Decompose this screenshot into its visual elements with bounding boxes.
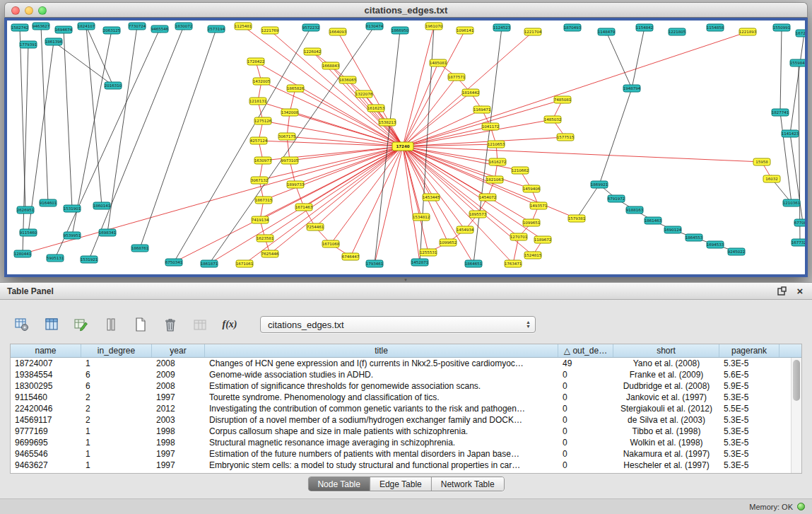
network-node[interactable]: 1189672 [534, 236, 552, 243]
network-node[interactable]: 1672169 [796, 30, 805, 37]
network-node[interactable]: 7625446 [261, 250, 279, 257]
network-node[interactable]: 1861871 [201, 260, 218, 267]
network-node[interactable]: 1763471 [505, 260, 522, 267]
network-node[interactable]: 1210653 [488, 141, 505, 148]
network-node[interactable]: 1865826 [287, 85, 305, 92]
network-node[interactable]: 1169471 [473, 106, 491, 113]
column-header-title[interactable]: title [205, 344, 558, 357]
network-node[interactable]: 9245022 [728, 248, 746, 255]
network-canvas[interactable]: 1582742946362716946741824107206312577307… [7, 21, 805, 274]
column-header-name[interactable]: name [11, 344, 81, 357]
network-node[interactable]: 3067132 [251, 177, 269, 184]
network-node[interactable]: 1453445 [423, 194, 440, 201]
network-node[interactable]: 1041172 [482, 123, 500, 130]
network-node[interactable]: 1779391 [20, 41, 37, 48]
table-row[interactable]: 911546021997Tourette syndrome. Phenomeno… [11, 392, 801, 403]
network-node[interactable]: 1694674 [55, 26, 73, 33]
scrollbar-thumb[interactable] [793, 360, 800, 401]
table-row[interactable]: 1456911722003Disruption of a novel membe… [11, 414, 801, 426]
network-node[interactable]: 1255531 [420, 249, 437, 256]
column-header-short[interactable]: short [613, 344, 719, 357]
network-node[interactable]: 1459406 [523, 185, 541, 192]
table-source-select[interactable]: citations_edges.txt ▲▼ [260, 316, 536, 333]
network-node[interactable]: 1531921 [81, 256, 98, 263]
network-node[interactable]: 1454072 [479, 194, 497, 201]
network-node[interactable]: 1864553 [686, 234, 703, 241]
network-node[interactable]: 1454934 [457, 226, 474, 233]
network-node[interactable]: 7485081 [554, 96, 572, 103]
network-view[interactable]: 1582742946362716946741824107206312577307… [7, 21, 805, 274]
network-node[interactable]: 2626951 [17, 206, 35, 214]
network-node[interactable]: 1824107 [78, 23, 95, 30]
column-header-pagerank[interactable]: pagerank [719, 344, 779, 357]
column-header-in_degree[interactable]: in_degree [81, 344, 152, 357]
network-node[interactable]: 9115460 [20, 229, 37, 236]
network-node[interactable]: 9539951 [64, 232, 81, 239]
network-node[interactable]: 1154858 [707, 24, 724, 31]
table-row[interactable]: 946554611997Estimation of the future num… [11, 448, 801, 460]
network-node[interactable]: 1550991 [773, 24, 791, 31]
network-node[interactable]: 1948794 [623, 85, 641, 92]
network-node[interactable]: 1869921 [591, 181, 608, 188]
network-node[interactable]: 8130474 [366, 23, 384, 30]
panel-splitter-handle[interactable]: ▾ [402, 278, 409, 281]
network-node[interactable]: 9973105 [281, 157, 299, 164]
tab-network-table[interactable]: Network Table [432, 477, 504, 491]
network-node[interactable]: 1226042 [304, 48, 322, 55]
table-row[interactable]: 1938455462009Genome-wide association stu… [11, 369, 801, 380]
network-node[interactable]: 9164601 [40, 199, 57, 206]
network-node[interactable]: 1623581 [257, 235, 274, 242]
network-node[interactable]: 1860141 [93, 202, 111, 209]
network-node[interactable]: 1895573 [469, 211, 487, 218]
network-node[interactable]: 1210361 [783, 199, 801, 206]
network-node[interactable]: 6791972 [608, 195, 625, 202]
function-builder-icon[interactable]: f(x) [220, 315, 239, 334]
network-node[interactable]: 1866950 [392, 27, 409, 34]
network-node[interactable]: 1698341 [99, 229, 117, 236]
network-node[interactable]: 1531901 [64, 205, 81, 212]
network-node[interactable]: 1559841 [790, 59, 805, 66]
row-height-icon[interactable] [102, 315, 120, 334]
column-header-year[interactable]: year [152, 344, 205, 357]
table-vertical-scrollbar[interactable] [791, 358, 801, 473]
table-row[interactable]: 1872400712008Changes of HCN gene express… [11, 358, 801, 369]
table-row[interactable]: 946362711997Embryonic stem cells: a mode… [11, 460, 801, 471]
tab-node-table[interactable]: Node Table [308, 477, 370, 491]
network-node[interactable]: 1664093 [329, 28, 347, 35]
network-node[interactable]: 2573194 [208, 25, 225, 33]
network-node[interactable]: 9465546 [151, 25, 169, 33]
network-node[interactable]: 6770081 [794, 219, 805, 226]
network-node[interactable]: 4257124 [250, 137, 268, 144]
network-node[interactable]: 3067175 [278, 133, 296, 140]
network-node[interactable]: 1728422 [247, 58, 265, 65]
network-node[interactable]: 16032 [763, 175, 780, 182]
table-row[interactable]: 977716911998Corpus callosum shape and si… [11, 426, 801, 437]
new-column-icon[interactable] [131, 315, 150, 334]
network-node[interactable]: 9463627 [33, 23, 50, 30]
network-node[interactable]: 1221805 [669, 28, 686, 35]
network-node[interactable]: 2016310 [105, 82, 122, 89]
network-node[interactable]: 1141423 [782, 130, 799, 137]
network-node[interactable]: 1579381 [568, 215, 586, 222]
network-node[interactable]: 1821063 [486, 176, 504, 183]
network-node[interactable]: 1125481 [235, 23, 252, 30]
network-node[interactable]: 1342008 [281, 109, 299, 116]
network-node[interactable]: 1961070 [425, 23, 443, 30]
network-node[interactable]: 1864651 [465, 260, 483, 267]
network-node[interactable]: 1830072 [175, 23, 193, 30]
import-table-icon[interactable] [191, 315, 209, 334]
network-node[interactable]: 1221769 [261, 27, 279, 34]
network-node[interactable]: 1836065 [339, 76, 357, 83]
network-node[interactable]: 9572232 [302, 24, 320, 31]
network-node[interactable]: 1868761 [131, 245, 149, 252]
network-node[interactable]: 1677321 [792, 239, 805, 246]
network-node[interactable]: 1899733 [287, 181, 305, 188]
network-node[interactable]: 1671463 [295, 204, 313, 211]
network-node[interactable]: 1485032 [544, 116, 562, 123]
network-node[interactable]: 1616253 [367, 105, 385, 112]
network-node[interactable]: 7254461 [307, 223, 324, 230]
network-node[interactable]: 1877571 [448, 74, 466, 81]
network-node[interactable]: 1534812 [413, 214, 430, 221]
network-node[interactable]: 1432005 [253, 78, 271, 85]
network-node[interactable]: 1694533 [707, 241, 724, 248]
